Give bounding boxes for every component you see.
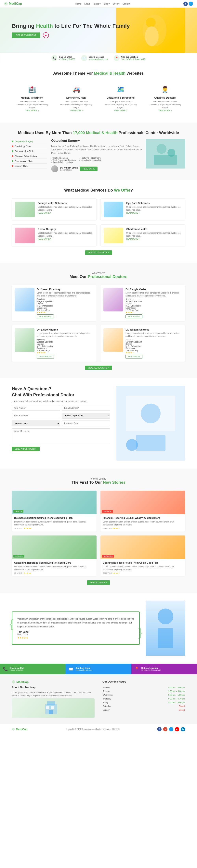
info-call-value: +1 800 123 4567 <box>10 669 24 671</box>
view-all-news-button[interactable]: VIEW ALL NEWS > <box>87 580 110 585</box>
name-field[interactable] <box>12 405 60 411</box>
feature-2-link[interactable]: VIEW MORE > <box>114 110 127 112</box>
footer-bottom-logo: + MediCap <box>12 727 27 731</box>
play-button[interactable]: ▶ <box>43 32 49 38</box>
email-field[interactable] <box>62 405 110 411</box>
nav-shop[interactable]: Shop ▾ <box>113 3 119 5</box>
doctor-1-rating: ★★★★☆ <box>125 311 182 313</box>
phone-field[interactable] <box>12 413 60 418</box>
footer-logo: + MediCap <box>12 680 94 684</box>
testimonial-rating: ★★★★★ <box>17 637 134 639</box>
news-badge-1: FINANCE <box>102 510 113 513</box>
nav-about[interactable]: About <box>84 3 90 5</box>
footer-li-icon[interactable]: in <box>181 727 185 732</box>
send-appointment-button[interactable]: SEND APPOINTMENT > <box>12 447 39 451</box>
name-input[interactable] <box>12 405 60 411</box>
doctor-2-profile-button[interactable]: VIEW PROFILE <box>37 355 54 359</box>
news-3-title: Uporting Business Roucil Them Could Good… <box>103 561 183 564</box>
fb-icon[interactable]: f <box>184 2 188 6</box>
svg-point-11 <box>141 404 161 423</box>
stats-item-2[interactable]: Orthopaedics Clinic <box>12 149 47 154</box>
news-img-1: FINANCE <box>101 491 185 514</box>
info-email-value: medicap@gmail.com <box>76 669 92 671</box>
service-0-link[interactable]: READ MORE > <box>38 212 51 214</box>
service-0-title: Family Health Solutions <box>38 202 93 205</box>
info-location-value: 10-12 Oxford Street W1B <box>141 669 161 671</box>
stats-read-more-button[interactable]: READ MORE <box>80 166 98 171</box>
testimonial-author-title: Head Doctor <box>17 633 134 636</box>
email-input[interactable] <box>62 405 110 411</box>
news-heading: The First To Our New Stories <box>12 480 185 485</box>
features-section: Awesome Theme For Medical & Health Websi… <box>0 63 197 123</box>
contact-bar: 📞 Give us a Call +1 800 123 4567 ✉️ Send… <box>0 53 197 63</box>
qualified-doctors-icon: 👨‍⚕️ <box>160 85 170 94</box>
news-card-2: MEDICAL Consulting Reporting Council And… <box>12 535 96 577</box>
nav-blog[interactable]: Blog ▾ <box>104 3 110 5</box>
service-text-3: Children's Health Ut elit tellus luctus … <box>126 227 182 243</box>
news-3-meta: 20 MARCH ★★★★☆ <box>103 572 183 574</box>
feature-0-desc: Lorem ipsum dolor sit amet consectetur a… <box>15 100 49 109</box>
time-4: 9:00 am – 3:00 pm <box>135 701 185 704</box>
features-grid: 🏥 Medical Treatment Lorem ipsum dolor si… <box>12 82 185 115</box>
contact-desc: Lorem ipsum dolor sit amet consectetur a… <box>12 400 110 402</box>
contact-heading: Have A Questions?Chat With Professional … <box>12 386 110 398</box>
stats-item-1[interactable]: Cardiology Clinic <box>12 144 47 149</box>
features-title: Awesome Theme For Medical & Health Websi… <box>12 71 185 75</box>
department-select[interactable]: Select Department <box>62 413 110 418</box>
view-all-services-button[interactable]: VIEW ALL SERVICES > <box>85 250 112 255</box>
day-3: Thursday <box>103 697 134 701</box>
doctor-card-0: Dr. Jason Kovolsky Lorem ipsum dolor sit… <box>12 285 96 321</box>
date-input[interactable] <box>62 421 110 426</box>
stats-item-4[interactable]: Neurological Clinic <box>12 159 47 164</box>
message-field[interactable] <box>12 428 110 445</box>
testimonial-content: { } Vestibulum ante ipsum primis in fauc… <box>12 612 140 645</box>
department-field[interactable]: Select Department <box>62 413 110 418</box>
footer-gplus-icon[interactable]: g <box>163 727 167 732</box>
services-section: What Medical Services Do We Offer? Famil… <box>0 180 197 263</box>
tw-icon[interactable]: t <box>189 2 193 6</box>
news-3-desc: Lorem etiam ulam ulam enieum enieum eut … <box>103 565 183 571</box>
service-1-link[interactable]: READ MORE > <box>126 212 140 214</box>
info-bar-email: ✉️ Send an Email medicap@gmail.com <box>65 664 131 674</box>
testimonial-image <box>146 601 185 656</box>
doctor-3-profile-button[interactable]: VIEW PROFILE <box>125 355 142 359</box>
stats-item-5[interactable]: Surgery Clinic <box>12 164 47 168</box>
nav-home[interactable]: Home <box>76 3 81 5</box>
doctor-select[interactable]: Select Doctor <box>12 421 60 427</box>
service-2-link[interactable]: READ MORE > <box>38 238 51 240</box>
feature-1-link[interactable]: VIEW MORE > <box>70 110 83 112</box>
message-input[interactable] <box>12 428 110 444</box>
hero-title: Bringing Health to Life For The Whole Fa… <box>12 23 185 30</box>
news-2-desc: Lorem etiam ulam ulam enieum enieum eut … <box>14 565 94 571</box>
doctor-1-desc: Lorem ipsum dolor sit amet consectetur a… <box>125 291 182 297</box>
news-0-meta: 12 MARCH ★★★★★ <box>14 527 94 529</box>
doctor-0-profile-button[interactable]: VIEW PROFILE <box>37 314 54 318</box>
feature-3-link[interactable]: VIEW MORE > <box>159 110 172 112</box>
doctor-2-name: Dr. Laloo Khanna <box>37 328 93 331</box>
feature-3-desc: Lorem ipsum dolor sit amet consectetur a… <box>148 100 182 109</box>
hours-row-5: Saturday Closed <box>103 705 185 708</box>
stats-item-3[interactable]: Physical Rehabilitation <box>12 154 47 159</box>
service-3-link[interactable]: READ MORE > <box>126 238 140 240</box>
news-body-3: Uporting Business Roucil Them Could Good… <box>101 559 185 577</box>
view-all-doctors-button[interactable]: VIEW ALL DOCTORS > <box>85 366 112 370</box>
footer-top: + MediCap About Our Medicap Lorem ipsum … <box>0 674 197 724</box>
footer-yt-icon[interactable]: ▶ <box>175 727 179 732</box>
footer-fb-icon[interactable]: f <box>157 727 162 732</box>
doctor-field[interactable]: Select Doctor <box>12 421 60 427</box>
info-bar-call: 📞 Give us a Call +1 800 123 4567 <box>0 664 65 674</box>
footer-tw-icon[interactable]: t <box>169 727 173 732</box>
services-heading: What Medical Services Do We Offer? <box>12 188 185 192</box>
date-field[interactable] <box>62 421 110 427</box>
feature-0-link[interactable]: VIEW MORE > <box>25 110 38 112</box>
appointment-button[interactable]: GET APPOINTMENT <box>12 32 40 38</box>
stats-item-0[interactable]: Outpatient Surgery <box>12 139 47 144</box>
nav-pages[interactable]: Pages ▾ <box>93 3 101 5</box>
phone-input[interactable] <box>12 413 60 418</box>
time-0: 9:00 am – 5:00 pm <box>135 686 185 689</box>
hero-text: Bringing Health to Life For The Whole Fa… <box>12 23 185 38</box>
doctor-1-profile-button[interactable]: VIEW PROFILE <box>125 314 142 318</box>
nav-contact[interactable]: Contact <box>122 3 130 5</box>
footer-logo-icon: + <box>12 680 16 684</box>
info-call-title: Give us a Call <box>10 667 24 669</box>
